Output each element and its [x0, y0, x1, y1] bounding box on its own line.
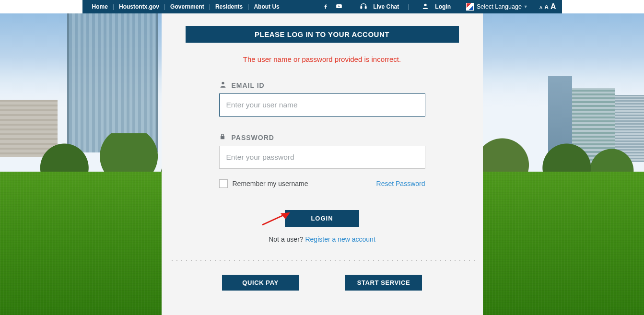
text-size-small[interactable]: A: [539, 5, 543, 10]
email-input[interactable]: [219, 93, 425, 117]
youtube-icon[interactable]: [335, 3, 343, 11]
text-size-controls: A A A: [539, 2, 556, 11]
svg-point-4: [222, 82, 224, 84]
nav-home[interactable]: Home: [92, 3, 108, 10]
language-label: Select Language: [477, 3, 522, 10]
nav-residents[interactable]: Residents: [215, 3, 243, 10]
flag-icon: [466, 3, 474, 11]
language-selector[interactable]: Select Language ▼: [466, 3, 528, 11]
nav-government[interactable]: Government: [170, 3, 204, 10]
headset-icon[interactable]: [360, 2, 367, 12]
reset-password-link[interactable]: Reset Password: [376, 180, 425, 187]
primary-nav: Home| Houstontx.gov| Government| Residen…: [86, 3, 280, 10]
nav-about[interactable]: About Us: [254, 3, 279, 10]
login-error-message: The user name or password provided is in…: [186, 55, 459, 63]
user-icon: [422, 2, 429, 12]
remember-checkbox[interactable]: [219, 179, 228, 188]
svg-rect-5: [220, 136, 224, 139]
nav-livechat[interactable]: Live Chat: [373, 3, 399, 10]
register-link[interactable]: Register a new account: [305, 235, 375, 243]
register-prompt: Not a user? Register a new account: [219, 235, 425, 243]
email-label: EMAIL ID: [219, 81, 425, 90]
login-form: EMAIL ID PASSWORD Remember my username R…: [219, 81, 425, 243]
footer-actions: QUICK PAY START SERVICE: [186, 275, 459, 291]
svg-point-3: [424, 3, 427, 6]
lock-icon: [219, 133, 229, 142]
svg-line-6: [262, 214, 285, 225]
login-button[interactable]: LOGIN: [285, 210, 359, 227]
quick-pay-button[interactable]: QUICK PAY: [222, 275, 299, 291]
text-size-large[interactable]: A: [550, 2, 556, 11]
password-input[interactable]: [219, 146, 425, 169]
top-nav: Home| Houstontx.gov| Government| Residen…: [82, 0, 562, 13]
person-icon: [219, 81, 229, 90]
remember-username-label[interactable]: Remember my username: [219, 179, 308, 188]
login-header: PLEASE LOG IN TO YOUR ACCOUNT: [186, 26, 459, 43]
password-label: PASSWORD: [219, 133, 425, 142]
svg-rect-2: [365, 6, 367, 8]
nav-login[interactable]: Login: [435, 3, 451, 10]
text-size-medium[interactable]: A: [544, 4, 549, 11]
svg-rect-1: [361, 6, 362, 8]
login-card: PLEASE LOG IN TO YOUR ACCOUNT The user n…: [162, 13, 483, 315]
start-service-button[interactable]: START SERVICE: [345, 275, 422, 291]
divider: [168, 259, 476, 261]
facebook-icon[interactable]: [322, 3, 329, 11]
chevron-down-icon: ▼: [524, 4, 528, 9]
nav-houstontx[interactable]: Houstontx.gov: [119, 3, 159, 10]
